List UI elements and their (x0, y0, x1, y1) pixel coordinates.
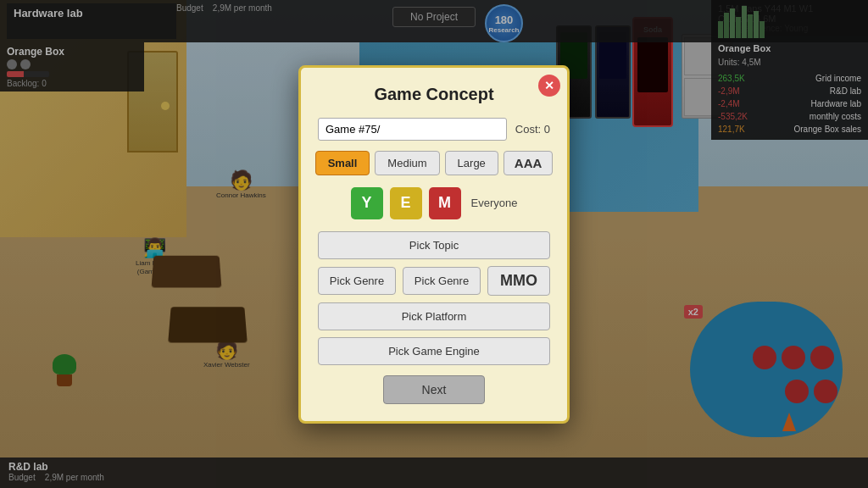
cost-label: Cost: 0 (515, 123, 550, 136)
close-button[interactable]: ✕ (538, 75, 560, 97)
mmo-badge-button[interactable]: MMO (487, 266, 550, 296)
rating-audience-label: Everyone (471, 197, 518, 209)
size-large-button[interactable]: Large (445, 151, 498, 175)
name-cost-row: Cost: 0 (318, 118, 550, 141)
size-row: Small Medium Large AAA (318, 151, 550, 175)
game-concept-modal: ✕ Game Concept Cost: 0 Small Medium Larg… (298, 65, 570, 424)
pick-genre1-button[interactable]: Pick Genre (318, 267, 396, 295)
pick-engine-button[interactable]: Pick Game Engine (318, 337, 550, 365)
modal-title: Game Concept (318, 85, 550, 104)
genre-row: Pick Genre Pick Genre MMO (318, 266, 550, 296)
modal-overlay: ✕ Game Concept Cost: 0 Small Medium Larg… (0, 0, 868, 488)
size-medium-button[interactable]: Medium (375, 151, 439, 175)
size-small-button[interactable]: Small (315, 151, 370, 175)
pick-topic-button[interactable]: Pick Topic (318, 231, 550, 259)
rating-y-badge[interactable]: Y (351, 187, 383, 219)
game-name-input[interactable] (318, 118, 507, 141)
pick-genre2-button[interactable]: Pick Genre (403, 267, 481, 295)
next-button[interactable]: Next (383, 375, 485, 404)
size-aaa-button[interactable]: AAA (504, 151, 554, 175)
rating-e-badge[interactable]: E (390, 187, 422, 219)
pick-platform-button[interactable]: Pick Platform (318, 302, 550, 330)
rating-row: Y E M Everyone (318, 187, 550, 219)
rating-m-badge[interactable]: M (429, 187, 461, 219)
